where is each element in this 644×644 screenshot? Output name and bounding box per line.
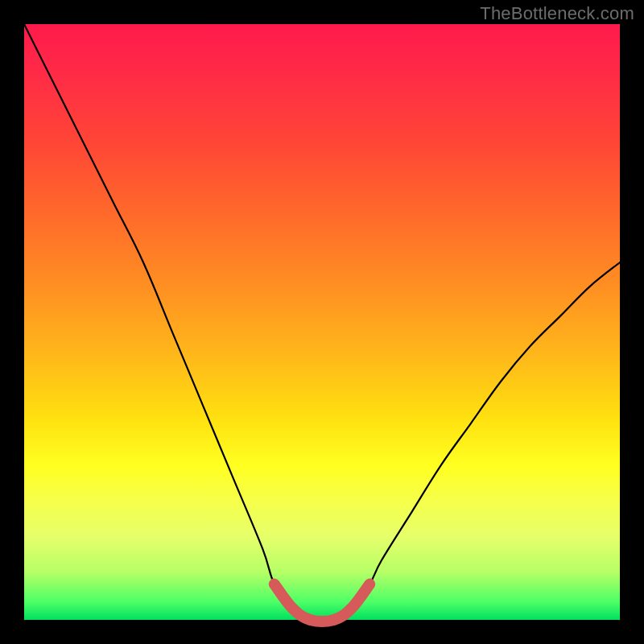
plot-area xyxy=(24,24,620,620)
watermark-label: TheBottleneck.com xyxy=(480,3,634,24)
bottleneck-curve-path xyxy=(24,24,620,621)
curve-svg xyxy=(24,24,620,620)
highlight-segment-path xyxy=(275,584,369,621)
chart-frame: TheBottleneck.com xyxy=(0,0,644,644)
